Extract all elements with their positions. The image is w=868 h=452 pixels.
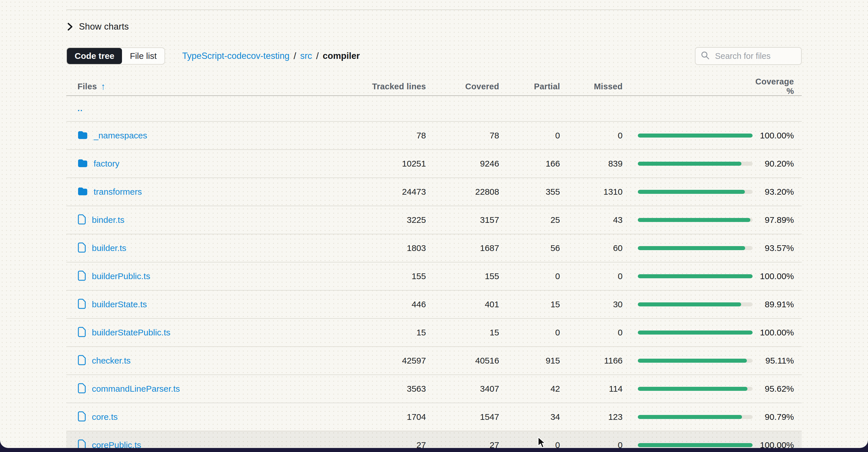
file-name-cell: binder.ts: [78, 214, 346, 226]
missed-value: 30: [560, 300, 623, 309]
column-header-tracked-lines[interactable]: Tracked lines: [346, 82, 426, 91]
coverage-percent: 100.00%: [753, 440, 794, 448]
file-name-cell: core.ts: [78, 411, 346, 423]
table-row[interactable]: factory 10251 9246 166 839 90.20%: [66, 150, 802, 178]
missed-value: 0: [560, 440, 623, 448]
covered-value: 22808: [426, 187, 499, 197]
coverage-percent: 100.00%: [753, 328, 794, 337]
missed-value: 0: [560, 131, 623, 141]
coverage-bar-track: [638, 133, 753, 138]
breadcrumb-separator: /: [316, 51, 319, 61]
file-link[interactable]: builderStatePublic.ts: [92, 328, 170, 337]
missed-value: 123: [560, 412, 623, 422]
table-row[interactable]: core.ts 1704 1547 34 123 90.79%: [66, 403, 802, 431]
file-icon: [78, 355, 86, 367]
file-link[interactable]: factory: [94, 159, 119, 169]
covered-value: 40516: [426, 356, 499, 366]
table-row[interactable]: builderPublic.ts 155 155 0 0 100.00%: [66, 263, 802, 291]
file-name-cell: transformers: [78, 187, 346, 197]
table-row[interactable]: builderState.ts 446 401 15 30 89.91%: [66, 291, 802, 319]
coverage-bar-cell: [623, 359, 753, 363]
show-charts-toggle[interactable]: Show charts: [66, 20, 175, 33]
tracked-lines-value: 155: [346, 271, 426, 281]
file-icon: [78, 383, 86, 395]
table-row[interactable]: _namespaces 78 78 0 0 100.00%: [66, 122, 802, 150]
toggle-code-tree[interactable]: Code tree: [67, 48, 122, 64]
file-link[interactable]: corePublic.ts: [92, 440, 141, 448]
breadcrumb-separator: /: [293, 51, 296, 61]
coverage-bar-fill: [638, 246, 745, 250]
coverage-percent: 95.62%: [753, 384, 794, 394]
coverage-percent: 90.79%: [753, 412, 794, 422]
covered-value: 27: [426, 440, 499, 448]
file-name-cell: corePublic.ts: [78, 439, 346, 448]
file-name-cell: builderStatePublic.ts: [78, 327, 346, 338]
coverage-bar-track: [638, 218, 753, 222]
file-link[interactable]: builder.ts: [92, 243, 126, 253]
covered-value: 401: [426, 300, 499, 309]
column-header-partial[interactable]: Partial: [499, 82, 560, 91]
files-header-label: Files: [78, 82, 97, 91]
missed-value: 839: [560, 159, 623, 169]
partial-value: 42: [499, 384, 560, 394]
column-header-missed[interactable]: Missed: [560, 82, 623, 91]
tracked-lines-value: 446: [346, 300, 426, 309]
table-row[interactable]: binder.ts 3225 3157 25 43 97.89%: [66, 206, 802, 234]
search-input[interactable]: [714, 51, 796, 61]
missed-value: 0: [560, 271, 623, 281]
column-header-coverage[interactable]: Coverage %: [753, 77, 794, 96]
coverage-bar-track: [638, 415, 753, 419]
covered-value: 3407: [426, 384, 499, 394]
covered-value: 1687: [426, 243, 499, 253]
coverage-bar-cell: [623, 415, 753, 419]
coverage-bar-cell: [623, 218, 753, 222]
folder-icon: [78, 187, 88, 197]
covered-value: 9246: [426, 159, 499, 169]
breadcrumb-src-link[interactable]: src: [300, 51, 312, 61]
tracked-lines-value: 3225: [346, 215, 426, 225]
coverage-bar-cell: [623, 331, 753, 335]
table-row[interactable]: builder.ts 1803 1687 56 60 93.57%: [66, 234, 802, 263]
parent-directory-row[interactable]: ..: [66, 96, 802, 122]
covered-value: 1547: [426, 412, 499, 422]
file-name-cell: _namespaces: [78, 130, 346, 141]
file-link[interactable]: commandLineParser.ts: [92, 384, 180, 394]
partial-value: 34: [499, 412, 560, 422]
covered-value: 3157: [426, 215, 499, 225]
folder-icon: [78, 158, 88, 169]
table-row[interactable]: commandLineParser.ts 3563 3407 42 114 95…: [66, 375, 802, 403]
breadcrumb: TypeScript-codecov-testing / src / compi…: [182, 51, 360, 61]
coverage-bar-track: [638, 387, 753, 391]
file-icon: [78, 411, 86, 423]
folder-icon: [78, 130, 88, 141]
table-row[interactable]: corePublic.ts 27 27 0 0 100.00%: [66, 431, 802, 448]
coverage-bar-fill: [638, 359, 747, 363]
partial-value: 166: [499, 159, 560, 169]
parent-directory-link[interactable]: ..: [78, 104, 83, 113]
table-row[interactable]: checker.ts 42597 40516 915 1166 95.11%: [66, 347, 802, 375]
top-divider: [66, 9, 802, 10]
column-header-files[interactable]: Files ↑: [78, 81, 346, 92]
file-link[interactable]: builderPublic.ts: [92, 271, 150, 281]
file-link[interactable]: core.ts: [92, 412, 118, 422]
covered-value: 155: [426, 271, 499, 281]
file-name-cell: builderState.ts: [78, 298, 346, 310]
file-name-cell: commandLineParser.ts: [78, 383, 346, 395]
file-link[interactable]: transformers: [94, 187, 142, 197]
coverage-bar-track: [638, 443, 753, 447]
file-link[interactable]: _namespaces: [94, 131, 147, 141]
file-link[interactable]: binder.ts: [92, 215, 124, 225]
coverage-bar-fill: [638, 162, 741, 166]
breadcrumb-repo-link[interactable]: TypeScript-codecov-testing: [182, 51, 290, 61]
table-row[interactable]: transformers 24473 22808 355 1310 93.20%: [66, 178, 802, 206]
toggle-file-list[interactable]: File list: [122, 48, 164, 64]
controls-row: Code tree File list TypeScript-codecov-t…: [66, 47, 802, 65]
file-search[interactable]: [695, 47, 802, 65]
column-header-covered[interactable]: Covered: [426, 82, 499, 91]
table-row[interactable]: builderStatePublic.ts 15 15 0 0 100.00%: [66, 319, 802, 347]
file-link[interactable]: checker.ts: [92, 356, 131, 366]
files-table: Files ↑ Tracked lines Covered Partial Mi…: [66, 77, 802, 448]
partial-value: 56: [499, 243, 560, 253]
file-name-cell: factory: [78, 158, 346, 169]
file-link[interactable]: builderState.ts: [92, 300, 147, 309]
